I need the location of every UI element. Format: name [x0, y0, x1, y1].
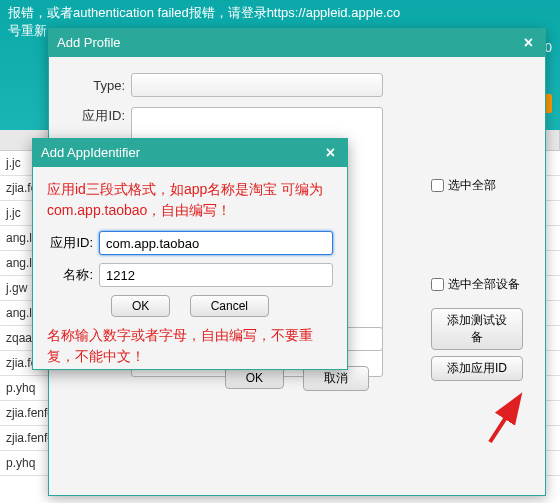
- appid-cancel-button[interactable]: Cancel: [190, 295, 269, 317]
- appid-title-bar: Add AppIdentifier ×: [33, 139, 347, 167]
- checkbox-all[interactable]: [431, 179, 444, 192]
- arrow-annotation: [480, 387, 530, 447]
- check-select-all[interactable]: 选中全部: [431, 177, 523, 194]
- appid-title: Add AppIdentifier: [41, 139, 140, 167]
- appid-field-label: 应用ID:: [47, 234, 99, 252]
- name-field-label: 名称:: [47, 266, 99, 284]
- profile-title: Add Profile: [57, 29, 121, 57]
- banner-text-1: 报错，或者authentication failed报错，请登录https://…: [8, 4, 552, 22]
- type-select[interactable]: [131, 73, 383, 97]
- name-input[interactable]: [99, 263, 333, 287]
- check-select-all-devices[interactable]: 选中全部设备: [431, 276, 523, 293]
- appid-ok-button[interactable]: OK: [111, 295, 170, 317]
- btn-add-test-device[interactable]: 添加测试设备: [431, 308, 523, 350]
- type-label: Type:: [69, 78, 131, 93]
- side-column: 选中全部 选中全部设备 添加测试设备 添加应用ID: [431, 177, 523, 384]
- profile-title-bar: Add Profile ×: [49, 29, 545, 57]
- dialog-add-appidentifier: Add AppIdentifier × 应用id三段式格式，如app名称是淘宝 …: [32, 138, 348, 370]
- appid-label: 应用ID:: [69, 107, 131, 125]
- appid-input[interactable]: [99, 231, 333, 255]
- hint-text-2: 名称输入数字或者字母，自由编写，不要重复，不能中文！: [47, 325, 333, 367]
- close-icon[interactable]: ×: [520, 29, 537, 57]
- close-icon[interactable]: ×: [322, 139, 339, 167]
- checkbox-all-devices[interactable]: [431, 278, 444, 291]
- hint-text-1: 应用id三段式格式，如app名称是淘宝 可编为com.app.taobao，自由…: [47, 179, 333, 221]
